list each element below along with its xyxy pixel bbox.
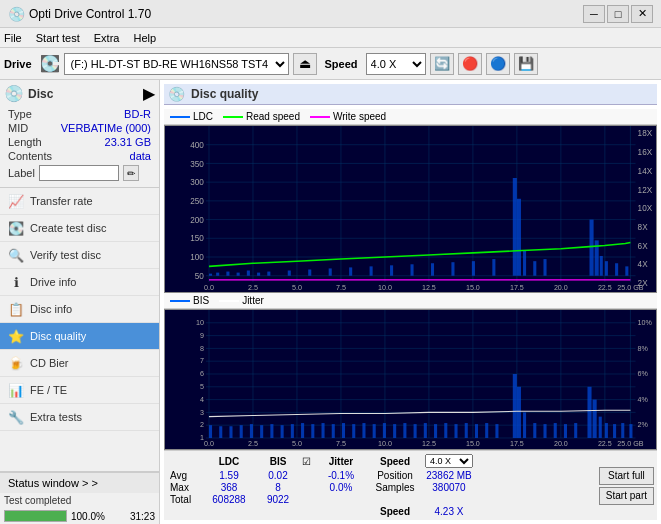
disc-arrow-icon: ▶ xyxy=(143,84,155,103)
svg-text:0.0: 0.0 xyxy=(204,283,214,292)
speed-dropdown[interactable]: 4.0 X xyxy=(425,454,473,468)
progress-percent: 100.0% xyxy=(71,511,111,522)
settings-button1[interactable]: 🔴 xyxy=(458,53,482,75)
svg-text:7: 7 xyxy=(200,357,204,366)
sidebar-item-cd-bier[interactable]: 🍺 CD Bier xyxy=(0,350,159,377)
svg-text:10.0: 10.0 xyxy=(378,440,392,449)
sidebar-item-create-test-disc[interactable]: 💽 Create test disc xyxy=(0,215,159,242)
sidebar-item-fe-te[interactable]: 📊 FE / TE xyxy=(0,377,159,404)
svg-rect-166 xyxy=(613,424,616,438)
svg-text:14X: 14X xyxy=(638,167,653,176)
menu-start-test[interactable]: Start test xyxy=(36,32,80,44)
sidebar-item-extra-tests[interactable]: 🔧 Extra tests xyxy=(0,404,159,431)
menu-file[interactable]: File xyxy=(4,32,22,44)
progress-bar-area: 100.0% 31:23 xyxy=(0,508,159,524)
svg-text:2.5: 2.5 xyxy=(248,440,258,449)
svg-text:5: 5 xyxy=(200,382,204,391)
disc-section-icon: 💿 xyxy=(4,84,24,103)
svg-text:20.0: 20.0 xyxy=(554,440,568,449)
position-label: Position xyxy=(370,470,420,481)
menu-help[interactable]: Help xyxy=(133,32,156,44)
top-chart-svg: 400 350 300 250 200 150 100 50 18X 16X 1… xyxy=(165,126,656,292)
menu-extra[interactable]: Extra xyxy=(94,32,120,44)
svg-rect-71 xyxy=(590,220,594,276)
svg-rect-60 xyxy=(390,265,393,275)
svg-text:10X: 10X xyxy=(638,204,653,213)
jitter-header: Jitter xyxy=(316,456,366,467)
svg-text:200: 200 xyxy=(190,216,204,225)
disc-label-edit-btn[interactable]: ✏ xyxy=(123,165,139,181)
create-test-disc-icon: 💽 xyxy=(8,220,24,236)
svg-rect-158 xyxy=(543,424,546,438)
svg-text:25.0 GB: 25.0 GB xyxy=(617,440,643,449)
svg-rect-164 xyxy=(599,417,602,438)
minimize-button[interactable]: ─ xyxy=(583,5,605,23)
status-window-button[interactable]: Status window > > xyxy=(0,472,159,493)
svg-text:5.0: 5.0 xyxy=(292,440,302,449)
svg-text:8%: 8% xyxy=(638,344,649,353)
svg-text:22.5: 22.5 xyxy=(598,440,612,449)
svg-text:18X: 18X xyxy=(638,129,653,138)
bis-legend-dot xyxy=(170,300,190,302)
close-button[interactable]: ✕ xyxy=(631,5,653,23)
svg-rect-138 xyxy=(342,423,345,438)
contents-value: data xyxy=(130,150,151,162)
refresh-button[interactable]: 🔄 xyxy=(430,53,454,75)
contents-label: Contents xyxy=(8,150,52,162)
settings-button2[interactable]: 🔵 xyxy=(486,53,510,75)
svg-text:6%: 6% xyxy=(638,369,649,378)
buttons-section: Start full Start part xyxy=(596,451,657,520)
sidebar-item-disc-quality[interactable]: ⭐ Disc quality xyxy=(0,323,159,350)
position-value: 23862 MB xyxy=(424,470,474,481)
ldc-header: LDC xyxy=(204,456,254,467)
svg-rect-141 xyxy=(373,424,376,438)
svg-rect-137 xyxy=(332,424,335,438)
svg-rect-62 xyxy=(431,263,434,275)
svg-rect-150 xyxy=(465,423,468,438)
svg-rect-68 xyxy=(523,251,526,276)
sidebar-item-verify-test-disc[interactable]: 🔍 Verify test disc xyxy=(0,242,159,269)
svg-rect-65 xyxy=(492,259,495,276)
read-speed-legend-label: Read speed xyxy=(246,111,300,122)
svg-text:5.0: 5.0 xyxy=(292,283,302,292)
disc-info-label: Disc info xyxy=(30,303,72,315)
sidebar-item-drive-info[interactable]: ℹ Drive info xyxy=(0,269,159,296)
sidebar-item-disc-info[interactable]: 📋 Disc info xyxy=(0,296,159,323)
svg-text:10: 10 xyxy=(196,318,204,327)
svg-text:22.5: 22.5 xyxy=(598,283,612,292)
start-full-button[interactable]: Start full xyxy=(599,467,654,485)
bottom-chart: 10 9 8 7 6 5 4 3 2 1 10% 8% 6% 4% xyxy=(164,309,657,450)
mid-value: VERBATIMe (000) xyxy=(61,122,151,134)
start-part-button[interactable]: Start part xyxy=(599,487,654,505)
max-bis: 8 xyxy=(258,482,298,493)
svg-text:3: 3 xyxy=(200,408,204,417)
eject-button[interactable]: ⏏ xyxy=(293,53,317,75)
status-bar-section: Status window > > Test completed 100.0% … xyxy=(0,471,159,524)
svg-text:4X: 4X xyxy=(638,260,649,269)
fe-te-label: FE / TE xyxy=(30,384,67,396)
svg-rect-131 xyxy=(270,424,273,438)
svg-rect-143 xyxy=(393,424,396,438)
svg-text:10.0: 10.0 xyxy=(378,283,392,292)
maximize-button[interactable]: □ xyxy=(607,5,629,23)
fe-te-icon: 📊 xyxy=(8,382,24,398)
svg-rect-129 xyxy=(250,424,253,438)
write-speed-legend-dot xyxy=(310,116,330,118)
svg-text:300: 300 xyxy=(190,178,204,187)
total-ldc: 608288 xyxy=(204,494,254,505)
drive-select[interactable]: (F:) HL-DT-ST BD-RE WH16NS58 TST4 xyxy=(64,53,289,75)
jitter-legend-dot xyxy=(219,300,239,302)
svg-rect-58 xyxy=(349,267,352,275)
speed-val: 4.23 X xyxy=(424,506,474,517)
drive-label: Drive xyxy=(4,58,32,70)
length-label: Length xyxy=(8,136,42,148)
disc-label-input[interactable] xyxy=(39,165,119,181)
speed-select[interactable]: 4.0 X xyxy=(366,53,426,75)
svg-text:6: 6 xyxy=(200,369,204,378)
max-jitter: 0.0% xyxy=(316,482,366,493)
svg-text:17.5: 17.5 xyxy=(510,283,524,292)
svg-rect-157 xyxy=(533,423,536,438)
save-button[interactable]: 💾 xyxy=(514,53,538,75)
sidebar-item-transfer-rate[interactable]: 📈 Transfer rate xyxy=(0,188,159,215)
svg-rect-67 xyxy=(517,199,521,276)
